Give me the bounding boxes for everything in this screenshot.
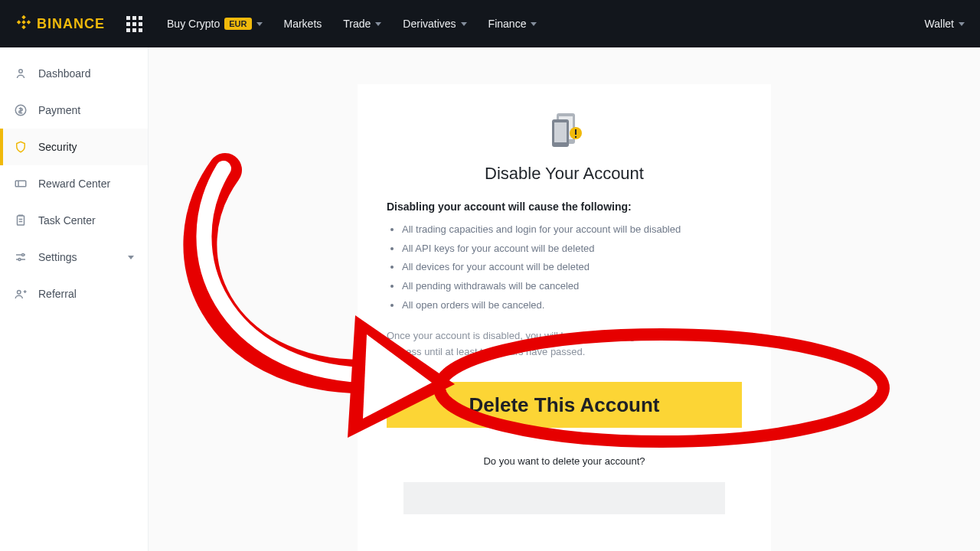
sliders-icon [14,250,28,264]
brand-logo[interactable]: BINANCE [15,14,105,34]
delete-account-button[interactable]: Delete This Account [387,382,742,428]
chevron-down-icon [531,22,537,26]
nav-derivatives-label: Derivatives [403,18,456,30]
apps-grid-icon[interactable] [126,16,142,32]
list-item: All API keys for your account will be de… [402,240,742,259]
consequence-list: All trading capacities and login for you… [387,220,742,315]
sidebar-item-label: Dashboard [38,67,91,80]
secondary-action-placeholder[interactable] [403,482,725,514]
sidebar-item-dashboard[interactable]: Dashboard [0,55,148,92]
sidebar-item-settings[interactable]: Settings [0,239,148,276]
shield-icon [14,140,28,154]
sidebar: Dashboard Payment Security Reward Center… [0,47,149,551]
sidebar-item-payment[interactable]: Payment [0,92,148,129]
confirm-question: Do you want to delete your account? [387,455,742,467]
nav-markets-label: Markets [284,18,322,30]
svg-rect-12 [575,129,577,135]
svg-rect-10 [554,122,567,142]
card-title: Disable Your Account [387,164,742,184]
chevron-down-icon [461,22,467,26]
sidebar-item-label: Settings [38,251,77,263]
list-item: All devices for your account will be del… [402,258,742,277]
binance-icon [15,14,32,34]
nav-derivatives[interactable]: Derivatives [403,18,466,30]
nav-finance-label: Finance [488,18,527,30]
referral-icon [14,287,28,301]
sidebar-item-task-center[interactable]: Task Center [0,202,148,239]
top-navbar: BINANCE Buy Crypto EUR Markets Trade Der… [0,0,980,47]
ticket-icon [14,177,28,191]
list-item: All pending withdrawals will be canceled [402,277,742,296]
dollar-icon [14,103,28,117]
svg-rect-13 [575,136,577,138]
user-icon [14,67,28,80]
list-item: All trading capacities and login for you… [402,220,742,240]
svg-point-6 [18,291,21,295]
nav-buy-crypto[interactable]: Buy Crypto EUR [167,18,262,30]
nav-wallet[interactable]: Wallet [925,18,965,30]
sidebar-item-label: Referral [38,288,77,300]
sidebar-item-referral[interactable]: Referral [0,276,148,312]
brand-text: BINANCE [37,16,105,32]
nav-finance[interactable]: Finance [488,18,537,30]
device-warning-icon [387,110,742,150]
chevron-down-icon [128,256,134,259]
svg-rect-3 [18,216,24,225]
clipboard-icon [14,214,28,227]
nav-wallet-label: Wallet [925,18,954,30]
disable-account-card: Disable Your Account Disabling your acco… [358,84,771,551]
currency-badge: EUR [224,18,251,30]
sidebar-item-label: Security [38,141,77,153]
chevron-down-icon [375,22,381,26]
svg-point-5 [18,259,21,261]
sidebar-item-label: Task Center [38,214,96,227]
nav-trade-label: Trade [343,18,371,30]
sidebar-item-label: Reward Center [38,178,110,190]
svg-point-4 [22,254,24,256]
nav-markets[interactable]: Markets [284,18,322,30]
list-item: All open orders will be canceled. [402,296,742,315]
reactivation-note: Once your account is disabled, you will … [387,328,742,360]
sidebar-item-label: Payment [38,104,80,116]
sidebar-item-reward-center[interactable]: Reward Center [0,165,148,202]
sidebar-item-security[interactable]: Security [0,129,148,165]
nav-buy-crypto-label: Buy Crypto [167,18,220,30]
main-content: Disable Your Account Disabling your acco… [149,47,980,551]
svg-point-0 [19,70,23,73]
chevron-down-icon [959,22,965,26]
chevron-down-icon [256,22,263,26]
svg-rect-2 [15,181,26,187]
card-lead: Disabling your account will cause the fo… [387,201,742,213]
nav-trade[interactable]: Trade [343,18,381,30]
